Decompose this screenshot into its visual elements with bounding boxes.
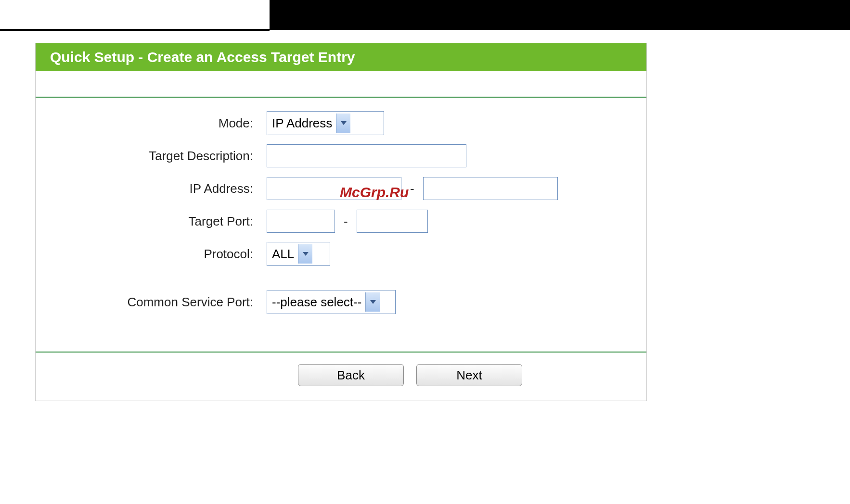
ip-address-end-input[interactable] (423, 177, 558, 200)
page-title: Quick Setup - Create an Access Target En… (36, 43, 646, 71)
mode-select-value: IP Address (272, 116, 332, 131)
header-spacer (36, 71, 646, 98)
row-mode: Mode: IP Address (36, 111, 646, 135)
quick-setup-panel: Quick Setup - Create an Access Target En… (35, 43, 647, 401)
target-description-input[interactable] (267, 144, 466, 167)
top-black-region (270, 0, 850, 30)
svg-marker-1 (303, 252, 309, 256)
target-description-label: Target Description: (36, 149, 267, 164)
back-button[interactable]: Back (298, 364, 404, 386)
form-body: McGrp.Ru Mode: IP Address Target Descrip… (36, 98, 646, 352)
footer-buttons: Back Next (36, 352, 646, 401)
svg-marker-0 (341, 121, 347, 125)
common-service-port-select[interactable]: --please select-- (267, 290, 396, 314)
row-target-port: Target Port: - (36, 209, 646, 233)
svg-marker-2 (370, 300, 376, 304)
row-target-description: Target Description: (36, 144, 646, 168)
chevron-down-icon (336, 113, 350, 133)
common-service-port-value: --please select-- (272, 295, 361, 310)
chevron-down-icon (365, 292, 380, 312)
top-black-line (0, 29, 270, 31)
chevron-down-icon (298, 244, 312, 264)
ip-address-dash: - (408, 181, 416, 196)
row-common-service-port: Common Service Port: --please select-- (36, 290, 646, 314)
target-port-end-input[interactable] (357, 210, 428, 233)
next-button[interactable]: Next (416, 364, 522, 386)
row-ip-address: IP Address: - (36, 176, 646, 201)
protocol-label: Protocol: (36, 247, 267, 262)
protocol-select-value: ALL (272, 247, 294, 262)
row-protocol: Protocol: ALL (36, 242, 646, 266)
target-port-dash: - (342, 214, 350, 229)
ip-address-start-input[interactable] (267, 177, 401, 200)
target-port-label: Target Port: (36, 214, 267, 229)
ip-address-label: IP Address: (36, 181, 267, 196)
common-service-port-label: Common Service Port: (36, 295, 267, 310)
target-port-start-input[interactable] (267, 210, 335, 233)
protocol-select[interactable]: ALL (267, 242, 330, 266)
mode-label: Mode: (36, 116, 267, 131)
mode-select[interactable]: IP Address (267, 111, 384, 135)
